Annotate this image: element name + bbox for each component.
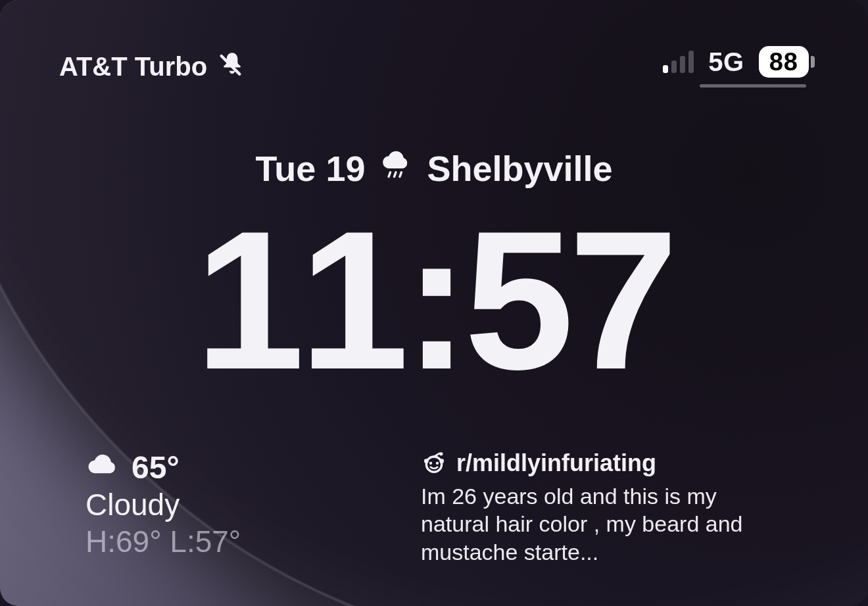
weather-temp: 65° (132, 449, 180, 486)
weather-condition: Cloudy (85, 487, 241, 522)
cloud-icon (85, 449, 120, 486)
reddit-icon (421, 450, 447, 476)
bell-slash-icon (219, 51, 245, 83)
svg-point-4 (426, 457, 441, 472)
rain-cloud-icon (378, 147, 414, 190)
lockscreen-time: 11:57 (195, 207, 673, 394)
svg-point-8 (439, 459, 444, 463)
weather-high-low: H:69° L:57° (85, 524, 241, 559)
reddit-subreddit: r/mildlyinfuriating (456, 449, 656, 477)
cellular-signal-icon (663, 51, 694, 73)
reddit-post-preview: Im 26 years old and this is my natural h… (421, 482, 789, 567)
svg-line-2 (395, 172, 397, 177)
status-bar-right: 5G 88 (663, 46, 809, 88)
svg-point-5 (429, 461, 432, 464)
carrier-label: AT&T Turbo (59, 52, 207, 82)
lockscreen-clock: Tue 19 Shelbyville 11:57 (0, 147, 868, 394)
status-underline (700, 84, 806, 88)
date-location-row: Tue 19 Shelbyville (255, 147, 612, 190)
battery-indicator: 88 (759, 46, 809, 78)
battery-percentage: 88 (769, 48, 798, 76)
weather-widget[interactable]: 65° Cloudy H:69° L:57° (85, 449, 241, 559)
network-type-label: 5G (708, 47, 744, 77)
status-bar: AT&T Turbo 5G 88 (0, 0, 868, 88)
status-bar-left: AT&T Turbo (59, 51, 245, 83)
lockscreen-date: Tue 19 (255, 148, 365, 189)
svg-point-7 (424, 459, 429, 463)
reddit-widget[interactable]: r/mildlyinfuriating Im 26 years old and … (421, 449, 789, 567)
svg-line-3 (400, 172, 402, 177)
lockscreen-location: Shelbyville (427, 148, 612, 189)
svg-line-1 (389, 172, 391, 177)
svg-point-6 (436, 461, 439, 464)
